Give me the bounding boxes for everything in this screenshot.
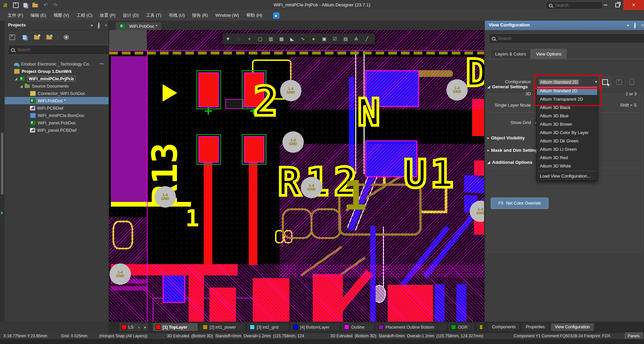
section-additional-options[interactable]: ◢ Additional Options [487,160,532,165]
run-script-icon[interactable]: ▶ [273,12,279,19]
pcb-canvas[interactable]: R13 R12 U1 2 N D 1 1 1-4GND1-4GND1-4GND1… [109,30,484,322]
global-search-input[interactable] [555,3,600,8]
section-object-visibility[interactable]: ▸ Object Visibility [487,135,525,140]
dropdown-item-altium-3d-brown[interactable]: Altium 3D Brown [537,120,597,128]
more-button[interactable]: ••• [100,62,104,66]
projects-search[interactable] [8,45,110,55]
panel-scrollbar[interactable] [1,133,3,195]
panel-expand-arrow-icon[interactable] [1,211,3,215]
panel-tab-properties[interactable]: Properties [522,323,549,331]
redo-icon[interactable]: ↷ [51,2,59,8]
project-options-button[interactable] [45,33,53,41]
save-all-icon[interactable] [21,2,29,8]
minimize-button[interactable] [599,0,611,10]
draw-icon[interactable]: ╱ [362,34,372,44]
menu-item-f[interactable]: 文件 (F) [4,10,27,21]
close-button[interactable]: × [623,0,644,10]
layer-tab-placement-outline-bottom[interactable]: Placement Outline Bottom [376,323,446,331]
heatmap-icon[interactable]: ▥ [265,34,276,44]
layer-tab-outline[interactable]: Outline [342,323,374,331]
tree-item-connector-wifi-schdoc[interactable]: Connector_WiFi.SchDoc [5,90,109,97]
signal-icon[interactable]: ∿ [297,34,308,44]
layer-set-tab[interactable]: LS [120,323,136,331]
document-tab[interactable]: WiFi.PcbDoc * [115,22,162,30]
save-icon[interactable] [12,2,19,8]
compile-button[interactable] [20,33,28,41]
delete-configuration-button[interactable] [626,76,638,88]
close-panel-icon[interactable]: × [105,23,107,28]
layer-tab-2-int1-power[interactable]: [2] int1_power [200,323,245,331]
save-project-button[interactable] [8,33,16,41]
panel-settings-button[interactable] [62,33,70,41]
section-general-settings[interactable]: ◢ General Settings [487,84,528,89]
open-project-button[interactable] [33,33,41,41]
layers-icon[interactable]: ▣ [319,34,330,44]
tree-item-wifi-pcbdoc[interactable]: WiFi.PcbDoc * [5,97,109,104]
menu-item-v[interactable]: 视图 (V) [50,10,73,21]
pin-icon[interactable] [98,23,99,28]
panel-tab-view-configuration[interactable]: View Configuration [551,323,594,331]
panel-menu-icon[interactable]: ▾ [91,23,93,28]
view-config-search[interactable] [489,33,644,43]
projects-search-input[interactable] [17,47,107,52]
pin-icon[interactable] [634,23,636,28]
tab-layers-colors[interactable]: Layers & Colors [490,49,531,59]
tree-caret-icon[interactable]: ◢ [15,77,19,81]
dropdown-item-altium-3d-lt-green[interactable]: Altium 3D Lt Green [537,145,597,153]
move-icon[interactable]: + [244,34,255,44]
configuration-dropdown[interactable]: Altium Standard 2D ▼ [537,78,600,87]
tree-item-source-documents[interactable]: ◢Source Documents [5,82,109,90]
panel-menu-icon[interactable]: ▾ [627,23,629,28]
dropdown-item-altium-3d-black[interactable]: Altium 3D Black [537,103,597,112]
tree-item-project-group-1-dsnwrk[interactable]: Project Group 1.DsnWrk [5,68,109,75]
layer-scroll-right-button[interactable]: ▸ [142,323,148,331]
layer-tab-1-toplayer[interactable]: [1] TopLayer [153,323,198,331]
menu-item-window-w[interactable]: Window (W) [212,10,243,21]
panels-button[interactable]: Panels [625,333,642,340]
dropdown-item-altium-3d-white[interactable]: Altium 3D White [537,162,597,170]
global-search[interactable] [546,1,603,9]
menu-item-c[interactable]: 工程 (C) [73,10,96,21]
restore-button[interactable] [611,0,623,10]
new-configuration-button[interactable] [599,76,611,88]
text-icon[interactable]: A [351,34,362,44]
dropdown-item-altium-standard-2d[interactable]: Altium Standard 2D [537,87,597,95]
panel-tab-components[interactable]: Components [488,323,520,331]
layer-tab-ogr[interactable]: OGR [448,323,474,331]
close-panel-icon[interactable]: × [641,23,643,28]
pads-icon[interactable]: ▤ [340,34,351,44]
menu-item-t[interactable]: 工具 (T) [142,10,165,21]
net-color-override-button[interactable]: F5 Net Color Override [491,198,549,209]
layer-tab-3-int2-gnd[interactable]: [3] int2_gnd [247,323,288,331]
menu-item-r[interactable]: 报告 (R) [188,10,212,21]
tree-item-wifi-minipcie-bomdoc[interactable]: WiFi_miniPCIe.BomDoc [5,112,109,119]
open-icon[interactable] [31,2,39,8]
tree-item-wifi-panel-pcbdoc[interactable]: WiFi_panel.PcbDoc [5,119,109,126]
menu-item-p[interactable]: 放置 (P) [96,10,119,21]
dropdown-item-load-view-configuration[interactable]: Load View Configuration... [537,172,597,181]
dropdown-item-altium-3d-red[interactable]: Altium 3D Red [537,153,597,162]
dropdown-item-altium-3d-color-by-layer[interactable]: Altium 3D Color By Layer [537,128,597,137]
snap-dot-icon[interactable]: ● [308,34,319,44]
tree-item-emdoor-electronic-technology-co[interactable]: Emdoor Electronic _Technology Co..••• [5,60,109,68]
layer-tab-dimensions[interactable]: Dimensions [477,323,482,331]
section-mask-dim[interactable]: ▸ Mask and Dim Settings [487,148,541,153]
undo-icon[interactable]: ↶ [42,2,49,8]
slope-icon[interactable]: ◣ [287,34,297,44]
grid-icon[interactable]: ▦ [276,34,287,44]
menu-item-u[interactable]: 布线 (U) [165,10,189,21]
tree-item-wifi-panel-pcbdwf[interactable]: WiFi_panel.PCBDwf [5,126,109,134]
dropdown-item-altium-transparent-2d[interactable]: Altium Transparent 2D [537,95,597,103]
dropdown-item-altium-3d-blue[interactable]: Altium 3D Blue [537,112,597,120]
tree-caret-icon[interactable]: ◢ [20,84,25,88]
tab-view-options[interactable]: View Options [531,49,566,59]
save-configuration-button[interactable] [613,76,625,88]
highlight-net-icon[interactable]: ◌ [233,34,244,44]
filter-icon[interactable]: ▼ [223,34,233,44]
checkbox-icon[interactable]: ☑ [330,34,340,44]
selection-icon[interactable]: ▢ [255,34,265,44]
menu-item-e[interactable]: 编辑 (E) [27,10,50,21]
tree-item-wifi-minipcie-prjpcb[interactable]: ◢WiFi_miniPCIe.PrjPcb [5,75,109,82]
dropdown-item-altium-3d-dk-green[interactable]: Altium 3D Dk Green [537,137,597,145]
view-config-search-input[interactable] [497,36,643,41]
